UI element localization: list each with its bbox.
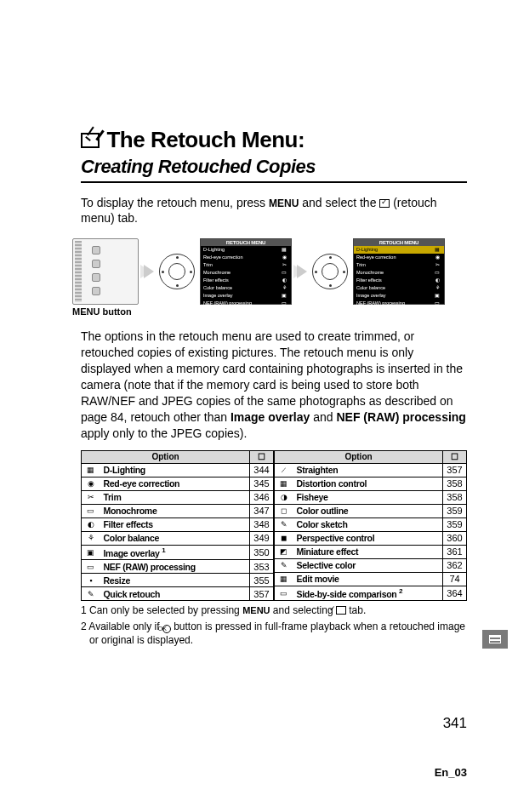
table-row: ▦Edit movie74 (275, 572, 467, 586)
option-name: Edit movie (293, 572, 443, 586)
option-icon: ⚘ (82, 531, 100, 545)
screen-title: RETOUCH MENU (201, 239, 291, 246)
page-title: The Retouch Menu: (106, 127, 305, 152)
screen-menu-row: Monochrome▭ (201, 269, 291, 277)
figure-caption: MENU button (72, 306, 467, 317)
option-page: 361 (443, 545, 467, 558)
screen-menu-row: Color balance⚘ (201, 284, 291, 292)
side-tab-icon (482, 630, 508, 649)
arrow-icon (144, 265, 154, 278)
screen-menu-row: D-Lighting▦ (354, 246, 444, 254)
option-page: 358 (443, 490, 467, 504)
option-page: 362 (443, 558, 467, 572)
screen-preview-1: RETOUCH MENU D-Lighting▦Red-eye correcti… (200, 238, 292, 305)
bold-image-overlay: Image overlay (231, 410, 310, 424)
multi-selector-icon (312, 254, 348, 289)
table-row: ✎Selective color362 (275, 558, 467, 572)
footnote-1: 1 Can only be selected by pressing MENU … (81, 603, 467, 617)
option-icon: ✎ (82, 587, 100, 601)
option-icon: ⟋ (275, 463, 293, 477)
retouch-icon (81, 133, 100, 148)
intro-paragraph: To display the retouch menu, press MENU … (81, 195, 467, 227)
screen-menu-row: Red-eye correction◉ (201, 254, 291, 261)
menu-label: MENU (269, 197, 299, 209)
options-tables: Option ☐ ▦D-Lighting344◉Red-eye correcti… (81, 450, 467, 602)
screen-menu-row: Image overlay▣ (201, 292, 291, 300)
screen-menu-row: Red-eye correction◉ (354, 254, 444, 261)
option-name: Distortion control (293, 477, 443, 490)
option-page: 359 (443, 504, 467, 518)
option-page: 350 (250, 545, 274, 560)
option-icon: ✎ (275, 518, 293, 531)
option-name: Image overlay 1 (100, 545, 250, 560)
table-row: ▭NEF (RAW) processing353 (82, 560, 274, 574)
ok-button-icon: OK (162, 625, 171, 633)
option-name: Monochrome (100, 504, 250, 518)
option-name: Selective color (293, 558, 443, 572)
option-page: 360 (443, 531, 467, 545)
option-icon: ◼ (275, 531, 293, 545)
option-icon: ▪ (82, 574, 100, 587)
page-number: 341 (443, 715, 467, 732)
option-page: 357 (443, 463, 467, 477)
col-page-icon: ☐ (250, 450, 274, 463)
screen-menu-row: D-Lighting▦ (201, 246, 291, 254)
option-name: Color sketch (293, 518, 443, 531)
option-icon: ✂ (82, 490, 100, 504)
footnote-text: 1 Can only be selected by pressing (81, 604, 242, 616)
screen-menu-row: Monochrome▭ (354, 269, 444, 277)
arrow-icon (297, 265, 307, 278)
camera-back-illustration (72, 238, 139, 305)
table-row: ⟋Straighten357 (275, 463, 467, 477)
retouch-tab-icon (336, 606, 346, 615)
option-icon: ▦ (275, 477, 293, 490)
options-table-right: Option ☐ ⟋Straighten357▦Distortion contr… (274, 450, 467, 602)
caption-menu-word: MENU (72, 306, 100, 317)
option-icon: ◐ (82, 518, 100, 531)
intro-text-2: and select the (299, 196, 379, 209)
table-row: ◑Fisheye358 (275, 490, 467, 504)
option-icon: ◻ (275, 504, 293, 518)
option-page: 357 (250, 587, 274, 601)
option-icon: ▭ (82, 560, 100, 574)
table-row: ◼Perspective control360 (275, 531, 467, 545)
table-row: ▦D-Lighting344 (82, 463, 274, 477)
option-name: Filter effects (100, 518, 250, 531)
screen-menu-row: Trim✂ (201, 261, 291, 269)
screen-preview-2: RETOUCH MENU D-Lighting▦Red-eye correcti… (353, 238, 445, 305)
option-icon: ▭ (82, 504, 100, 518)
screen-menu-row: Image overlay▣ (354, 292, 444, 300)
option-name: Miniature effect (293, 545, 443, 558)
option-name: Red-eye correction (100, 477, 250, 490)
footnote-text: tab. (346, 604, 366, 616)
option-page: 349 (250, 531, 274, 545)
table-row: ✎Color sketch359 (275, 518, 467, 531)
bold-nef-raw: NEF (RAW) processing (336, 410, 465, 424)
option-name: Side-by-side comparison 2 (293, 586, 443, 601)
screen-menu-row: Filter effects◐ (354, 277, 444, 284)
page-subtitle: Creating Retouched Copies (81, 156, 467, 183)
option-page: 74 (443, 572, 467, 586)
footnote-text: 2 Available only if (81, 620, 162, 632)
option-name: Quick retouch (100, 587, 250, 601)
table-row: ▦Distortion control358 (275, 477, 467, 490)
option-name: D-Lighting (100, 463, 250, 477)
multi-selector-icon (159, 254, 195, 289)
table-row: ◉Red-eye correction345 (82, 477, 274, 490)
option-name: Trim (100, 490, 250, 504)
option-name: Color outline (293, 504, 443, 518)
col-option: Option (275, 450, 443, 463)
table-row: ⚘Color balance349 (82, 531, 274, 545)
options-table-left: Option ☐ ▦D-Lighting344◉Red-eye correcti… (81, 450, 274, 602)
option-page: 358 (443, 477, 467, 490)
screen-menu-row: Trim✂ (354, 261, 444, 269)
option-name: Color balance (100, 531, 250, 545)
figure-row: RETOUCH MENU D-Lighting▦Red-eye correcti… (72, 238, 467, 305)
document-id: En_03 (435, 766, 467, 779)
option-page: 364 (443, 586, 467, 601)
col-page-icon: ☐ (443, 450, 467, 463)
col-option: Option (82, 450, 250, 463)
screen-menu-row: NEF (RAW) processing▭ (201, 300, 291, 307)
option-icon: ▦ (275, 572, 293, 586)
footnote-text: and selecting (270, 604, 336, 616)
